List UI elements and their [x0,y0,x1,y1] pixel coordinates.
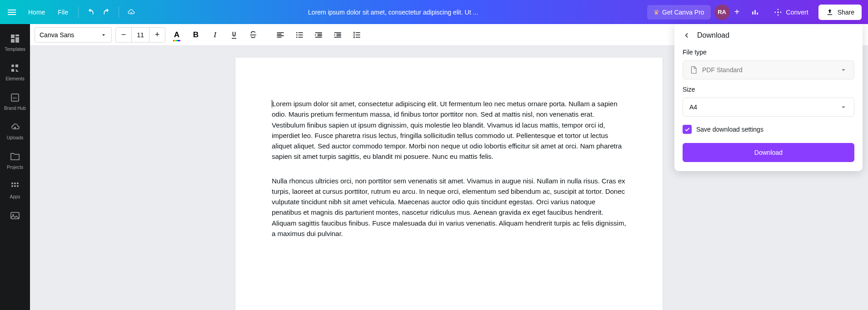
text-color-button[interactable]: A [169,27,185,43]
sidebar-label: Uploads [7,135,24,140]
color-a-icon: A [174,30,180,39]
redo-icon[interactable] [99,4,115,20]
sidebar-item-photos[interactable] [0,205,30,226]
svg-rect-2 [15,64,18,67]
italic-button[interactable]: I [207,27,223,43]
svg-point-1 [11,64,14,67]
convert-button[interactable]: Convert [767,4,815,20]
increase-size-button[interactable]: + [150,28,165,42]
sidebar-label: Projects [7,165,23,170]
list-button[interactable] [292,27,307,43]
document-title[interactable]: Lorem ipsum dolor sit amet, consectetur … [139,9,647,16]
size-select[interactable]: A4 [683,98,854,117]
svg-point-5 [11,182,13,184]
topbar-right: ♛Get Canva Pro RA + Convert Share [647,4,862,20]
size-label: Size [683,86,854,93]
divider [78,7,79,18]
paragraph[interactable]: Lorem ipsum dolor sit amet, consectetur … [272,98,626,162]
svg-point-9 [14,185,16,187]
topbar-left: Home File [6,4,139,20]
share-label: Share [838,9,854,16]
spacing-button[interactable] [349,27,364,43]
convert-label: Convert [786,9,808,16]
avatar[interactable]: RA [714,5,730,20]
divider [119,7,119,18]
bold-button[interactable]: B [188,27,204,43]
panel-header: Download [674,24,863,47]
filetype-select[interactable]: PDF Standard [683,60,854,79]
sidebar-label: Elements [5,76,25,81]
indent-button[interactable] [330,27,345,43]
svg-point-14 [296,34,298,35]
sidebar-item-projects[interactable]: Projects [0,146,30,175]
sidebar-label: Brand Hub [4,106,26,111]
save-settings-row: Save download settings [683,125,854,134]
file-link[interactable]: File [51,5,75,20]
sidebar-label: Templates [5,47,25,52]
workspace: Canva Sans − 11 + A B I Lorem ipsum dolo… [30,24,868,310]
add-member-button[interactable]: + [731,6,743,19]
panel-title: Download [697,31,729,39]
svg-point-0 [777,11,778,13]
back-icon[interactable] [683,31,691,39]
sidebar-item-templates[interactable]: Templates [0,28,30,57]
svg-point-7 [17,182,19,184]
font-select[interactable]: Canva Sans [35,27,112,43]
main: Templates Elements co.Brand Hub Uploads … [0,24,868,310]
filetype-label: File type [683,49,854,56]
cloud-icon[interactable] [123,4,139,20]
svg-text:co.: co. [13,96,18,100]
font-size-stepper: − 11 + [115,27,165,43]
decrease-size-button[interactable]: − [116,28,131,42]
sidebar-label: Apps [10,194,20,199]
chevron-down-icon [839,66,848,74]
svg-point-15 [296,36,298,38]
menu-icon[interactable] [6,7,17,18]
svg-point-10 [17,185,19,187]
svg-point-8 [11,185,13,187]
font-name: Canva Sans [40,31,74,39]
top-bar: Home File Lorem ipsum dolor sit amet, co… [0,0,868,24]
sidebar-item-apps[interactable]: Apps [0,175,30,205]
underline-button[interactable] [226,27,242,43]
home-link[interactable]: Home [22,5,51,20]
sidebar-item-uploads[interactable]: Uploads [0,116,30,146]
filetype-value: PDF Standard [702,66,835,74]
save-settings-checkbox[interactable] [683,125,692,134]
pro-label: Get Canva Pro [662,9,704,16]
align-button[interactable] [273,27,288,43]
outdent-button[interactable] [311,27,326,43]
paragraph[interactable]: Nulla rhoncus ultricies orci, non portti… [272,176,626,239]
chevron-down-icon [100,32,107,38]
sidebar-item-elements[interactable]: Elements [0,57,30,87]
crown-icon: ♛ [653,9,659,16]
font-size-value[interactable]: 11 [131,28,150,42]
sidebar: Templates Elements co.Brand Hub Uploads … [0,24,30,310]
download-button[interactable]: Download [683,143,854,162]
analytics-icon[interactable] [747,4,763,20]
svg-point-6 [14,182,16,184]
get-pro-button[interactable]: ♛Get Canva Pro [647,5,711,20]
undo-icon[interactable] [82,4,99,20]
document-icon [689,66,698,74]
panel-body: File type PDF Standard Size A4 Save down… [674,47,863,171]
size-value: A4 [689,103,835,111]
share-button[interactable]: Share [818,5,862,20]
svg-point-13 [296,32,298,33]
download-panel: Download File type PDF Standard Size A4 … [674,24,863,171]
save-settings-label: Save download settings [696,126,763,133]
document-page[interactable]: Lorem ipsum dolor sit amet, consectetur … [235,58,663,310]
sidebar-item-brandhub[interactable]: co.Brand Hub [0,87,30,116]
strikethrough-button[interactable] [245,27,261,43]
chevron-down-icon [839,103,848,111]
